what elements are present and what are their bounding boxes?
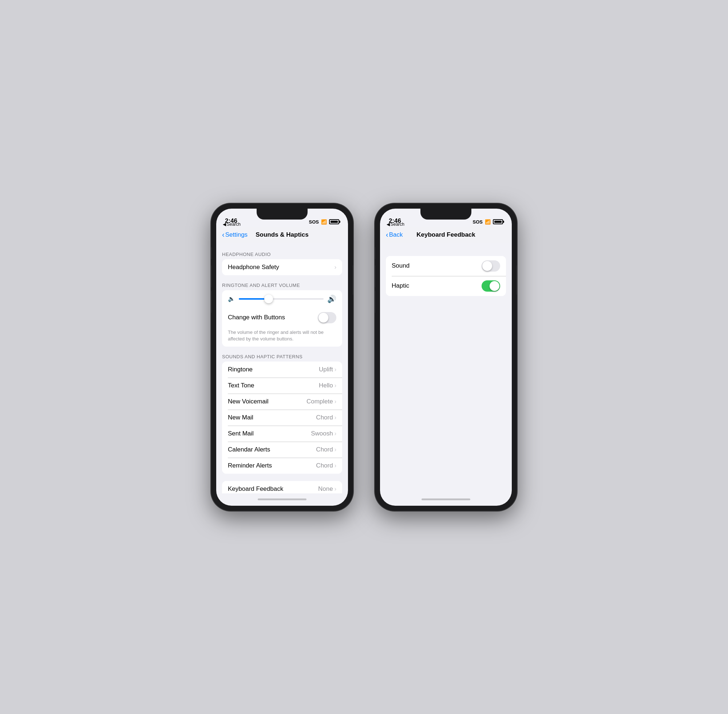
calendar-alerts-item[interactable]: Calendar Alerts Chord › [222, 442, 342, 458]
keyboard-feedback-item[interactable]: Keyboard Feedback None › [222, 481, 342, 494]
sound-label: Sound [392, 262, 409, 269]
calendar-alerts-chevron-icon: › [334, 446, 336, 453]
sent-mail-label: Sent Mail [228, 430, 254, 437]
haptic-item: Haptic [386, 276, 506, 296]
volume-low-icon: 🔈 [228, 295, 235, 302]
page-title-right: Keyboard Feedback [416, 231, 475, 238]
sounds-haptic-group: Ringtone Uplift › Text Tone Hello › New … [222, 362, 342, 474]
home-bar-left [258, 498, 307, 500]
sent-mail-item[interactable]: Sent Mail Swoosh › [222, 426, 342, 442]
text-tone-chevron-icon: › [334, 382, 336, 389]
headphone-group: Headphone Safety › [222, 259, 342, 275]
sent-mail-right: Swoosh › [311, 430, 336, 437]
wifi-icon-right: 📶 [485, 219, 491, 225]
silent-switch-right [375, 247, 375, 259]
left-screen: 2:46 ◀ Search SOS 📶 ‹ Settings Sounds & … [216, 208, 348, 506]
section-label-sounds: SOUNDS AND HAPTIC PATTERNS [216, 354, 348, 362]
change-with-buttons-item: Change with Buttons [222, 308, 342, 328]
calendar-alerts-right: Chord › [316, 446, 336, 453]
home-bar-right [421, 498, 470, 500]
right-screen: 2:46 ◀ Search SOS 📶 ‹ Back Keyboard Feed… [380, 208, 512, 506]
search-label-right: ◀ Search [386, 222, 404, 227]
status-right: SOS 📶 [309, 219, 339, 225]
keyboard-feedback-right: None › [318, 485, 336, 493]
change-with-buttons-toggle[interactable] [318, 312, 336, 323]
section-label-volume: RINGTONE AND ALERT VOLUME [216, 282, 348, 290]
volume-up-button [211, 266, 211, 287]
search-label: ◀ Search [223, 222, 241, 227]
volume-up-right [375, 266, 375, 287]
keyboard-feedback-chevron-icon: › [334, 486, 336, 492]
haptic-label: Haptic [392, 282, 409, 290]
notch-right [421, 208, 471, 219]
volume-group: 🔈 🔊 Change with Buttons The volume of th… [222, 290, 342, 346]
battery-icon [329, 219, 339, 224]
back-chevron-icon-right: ‹ [386, 231, 388, 239]
scroll-content-left: HEADPHONE AUDIO Headphone Safety › RINGT… [216, 243, 348, 494]
change-with-buttons-label: Change with Buttons [228, 314, 285, 321]
home-indicator-left [216, 494, 348, 506]
back-chevron-icon: ‹ [222, 231, 225, 239]
reminder-alerts-chevron-icon: › [334, 462, 336, 469]
wifi-icon: 📶 [321, 219, 327, 225]
headphone-safety-label: Headphone Safety [228, 264, 279, 271]
volume-down-button [211, 291, 211, 313]
power-button [353, 266, 353, 294]
right-phone: 2:46 ◀ Search SOS 📶 ‹ Back Keyboard Feed… [375, 204, 517, 511]
haptic-toggle-thumb [490, 281, 499, 291]
text-tone-right: Hello › [319, 382, 336, 389]
new-mail-right: Chord › [316, 414, 336, 421]
volume-helper-text: The volume of the ringer and alerts will… [222, 328, 342, 346]
new-mail-item[interactable]: New Mail Chord › [222, 410, 342, 426]
sos-label: SOS [309, 219, 319, 225]
battery-icon-right [493, 219, 503, 224]
ringtone-right: Uplift › [319, 366, 336, 373]
volume-down-right [375, 291, 375, 313]
haptic-toggle[interactable] [482, 280, 500, 292]
new-mail-label: New Mail [228, 414, 253, 421]
sound-toggle[interactable] [482, 260, 500, 272]
headphone-safety-right: › [334, 264, 336, 270]
keyboard-feedback-settings-group: Sound Haptic [386, 256, 506, 296]
new-voicemail-right: Complete › [307, 398, 336, 405]
silent-switch [211, 247, 211, 259]
battery-fill-right [494, 220, 502, 223]
new-voicemail-item[interactable]: New Voicemail Complete › [222, 394, 342, 410]
sound-toggle-thumb [482, 261, 492, 271]
nav-bar-left: ‹ Settings Sounds & Haptics [216, 227, 348, 243]
sound-item: Sound [386, 256, 506, 276]
volume-slider[interactable] [239, 298, 324, 300]
reminder-alerts-right: Chord › [316, 462, 336, 470]
ringtone-chevron-icon: › [334, 366, 336, 373]
reminder-alerts-item[interactable]: Reminder Alerts Chord › [222, 458, 342, 474]
ringtone-label: Ringtone [228, 366, 253, 373]
calendar-alerts-label: Calendar Alerts [228, 446, 270, 453]
back-button-right[interactable]: ‹ Back [386, 231, 403, 239]
volume-high-icon: 🔊 [327, 294, 336, 303]
headphone-chevron-icon: › [334, 264, 336, 270]
text-tone-label: Text Tone [228, 382, 254, 389]
nav-bar-right: ‹ Back Keyboard Feedback [380, 227, 512, 243]
settings-back-button[interactable]: ‹ Settings [222, 231, 247, 239]
ringtone-item[interactable]: Ringtone Uplift › [222, 362, 342, 378]
keyboard-feedback-label: Keyboard Feedback [228, 485, 283, 493]
sent-mail-chevron-icon: › [334, 430, 336, 437]
left-phone: 2:46 ◀ Search SOS 📶 ‹ Settings Sounds & … [211, 204, 353, 511]
new-voicemail-chevron-icon: › [334, 398, 336, 405]
text-tone-item[interactable]: Text Tone Hello › [222, 378, 342, 394]
headphone-safety-item[interactable]: Headphone Safety › [222, 259, 342, 275]
status-right-right: SOS 📶 [473, 219, 503, 225]
toggle-thumb [319, 313, 328, 322]
new-mail-chevron-icon: › [334, 414, 336, 421]
keyboard-lock-group: Keyboard Feedback None › Lock Sound [222, 481, 342, 494]
page-title-left: Sounds & Haptics [256, 231, 308, 238]
power-button-right [517, 266, 517, 294]
volume-slider-row: 🔈 🔊 [222, 290, 342, 308]
notch [257, 208, 307, 219]
battery-fill [331, 220, 338, 223]
reminder-alerts-label: Reminder Alerts [228, 462, 272, 470]
slider-thumb [264, 294, 273, 303]
home-indicator-right [380, 494, 512, 506]
sos-label-right: SOS [473, 219, 483, 225]
scroll-content-right: Sound Haptic [380, 243, 512, 494]
